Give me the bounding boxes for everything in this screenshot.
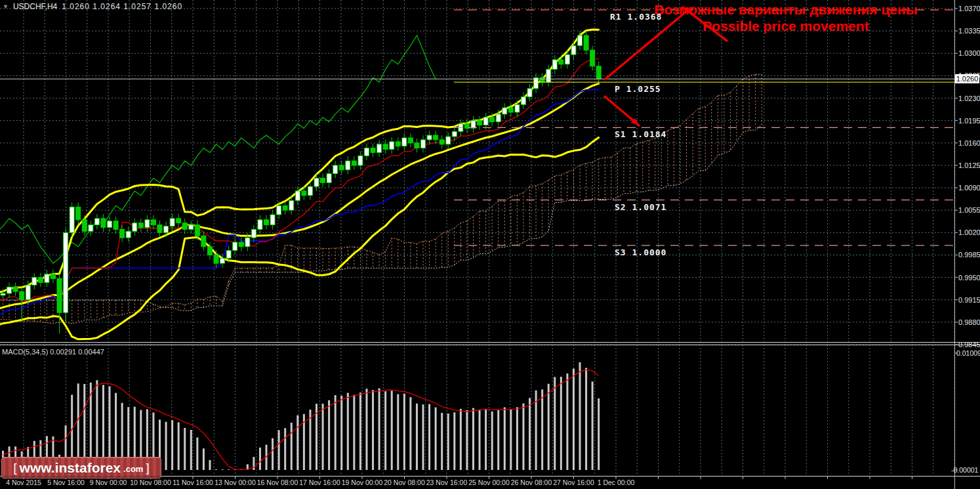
- price-axis-label: 1.0335: [958, 27, 980, 35]
- logo-text: www.instaforex: [20, 460, 121, 476]
- time-axis-label: 27 Nov 16:00: [553, 478, 594, 486]
- time-axis-label: 17 Nov 16:00: [299, 478, 340, 486]
- chart-window: ▼ USDCHF,H4 1.0260 1.0264 1.0257 1.0260 …: [0, 0, 980, 489]
- instaforex-logo[interactable]: [ www.instaforex.com ]: [1, 457, 161, 478]
- symbol-period-label: USDCHF,H4: [13, 2, 57, 11]
- time-axis-label: 11 Nov 16:00: [173, 478, 213, 486]
- logo-bracket-right: ]: [146, 461, 149, 475]
- macd-scale-min: -0.00001: [951, 466, 978, 474]
- time-axis-label: 26 Nov 08:00: [511, 478, 552, 486]
- time-axis-label: 23 Nov 16:00: [426, 478, 467, 486]
- price-axis-label: 1.0230: [958, 95, 980, 102]
- price-axis-label: 0.9915: [958, 296, 980, 304]
- price-axis-label: 1.0090: [958, 184, 980, 192]
- pivot-label-r1: R1 1.0368: [610, 12, 662, 22]
- time-axis-label: 25 Nov 00:00: [468, 478, 509, 486]
- price-axis-label: 1.0055: [958, 206, 980, 214]
- annotation-line-en: Possible price movement: [652, 18, 920, 34]
- price-axis-label: 1.0125: [958, 161, 980, 169]
- pivot-label-s3: S3 1.0000: [615, 247, 666, 257]
- price-axis-label: 0.9985: [958, 251, 980, 259]
- macd-indicator-label: MACD(5,34,5) 0.00291 0.00447: [2, 348, 104, 356]
- pivot-label-p: P 1.0255: [615, 84, 661, 94]
- annotation-line-ru: Возможные варианты движения цены: [652, 1, 920, 18]
- pivot-label-s2: S2 1.0071: [615, 202, 666, 212]
- time-axis-label: 9 Nov 00:00: [90, 478, 127, 486]
- chart-canvas[interactable]: [0, 0, 980, 489]
- candlesticks: [1, 31, 601, 333]
- price-axis-label: 0.9880: [958, 318, 980, 326]
- price-axis-label: 1.0300: [958, 49, 980, 57]
- price-axis-label: 1.0195: [958, 117, 980, 125]
- time-axis-label: 1 Dec 00:00: [598, 478, 635, 486]
- price-movement-annotation: Возможные варианты движения цены Possibl…: [652, 1, 920, 34]
- time-axis-label: 4 Nov 2015: [6, 478, 41, 486]
- time-axis-label: 10 Nov 08:00: [130, 478, 171, 486]
- time-axis-label: 13 Nov 00:00: [214, 478, 255, 486]
- price-axis-label: 1.0020: [958, 228, 980, 236]
- price-axis-label: 1.0370: [958, 5, 980, 12]
- symbol-dropdown-icon[interactable]: ▼: [3, 3, 9, 11]
- time-axis-label: 5 Nov 16:00: [47, 478, 85, 486]
- macd-scale-max: 0.01009: [956, 349, 980, 357]
- price-axis-label: 0.9845: [958, 341, 980, 349]
- price-axis-label: 0.9950: [958, 274, 980, 282]
- time-axis-label: 16 Nov 08:00: [257, 478, 298, 486]
- ohlc-values: 1.0260 1.0264 1.0257 1.0260: [62, 2, 182, 11]
- grid-lines: [0, 0, 954, 476]
- time-axis-label: 20 Nov 08:00: [384, 478, 424, 486]
- logo-suffix: .com: [123, 464, 143, 474]
- time-axis-label: 19 Nov 00:00: [342, 478, 382, 486]
- ichimoku-cloud: [0, 74, 762, 324]
- pivot-label-s1: S1 1.0184: [615, 129, 666, 139]
- price-axis-label: 1.0160: [958, 139, 980, 147]
- current-price-badge: 1.0260: [955, 74, 979, 83]
- chart-title-bar: ▼ USDCHF,H4 1.0260 1.0264 1.0257 1.0260: [3, 2, 182, 11]
- logo-bracket-left: [: [13, 461, 16, 475]
